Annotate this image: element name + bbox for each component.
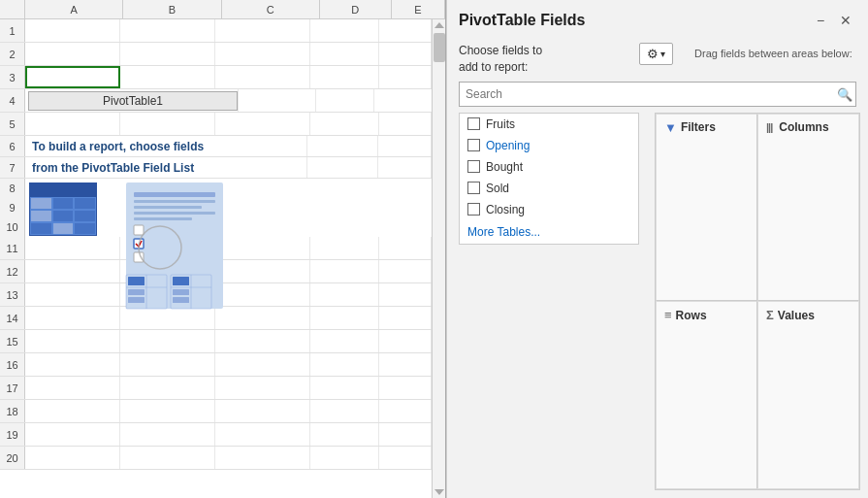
- panel-title: PivotTable Fields: [459, 12, 585, 29]
- area-columns[interactable]: ||| Columns: [757, 114, 859, 302]
- cell-e2[interactable]: [379, 43, 432, 65]
- instruction-cell-7: from the PivotTable Field List: [25, 157, 307, 178]
- col-header-d[interactable]: D: [320, 0, 392, 18]
- column-headers: A B C D E: [0, 0, 445, 19]
- cell-d6[interactable]: [307, 136, 378, 156]
- cell-c3[interactable]: [215, 66, 310, 88]
- table-icon-small: [29, 183, 97, 236]
- cell-d1[interactable]: [310, 19, 379, 42]
- cell-c1[interactable]: [215, 19, 310, 42]
- cell-d2[interactable]: [310, 43, 379, 65]
- cell-a3-selected[interactable]: [25, 66, 120, 88]
- svg-rect-4: [134, 212, 215, 215]
- fields-subheader: Choose fields toadd to report: ⚙ ▾ Drag …: [447, 39, 868, 82]
- cell-a2[interactable]: [25, 43, 120, 65]
- scrollbar-thumb[interactable]: [434, 33, 445, 62]
- area-header-rows: ≡ Rows: [664, 308, 749, 322]
- cell-b2[interactable]: [120, 43, 215, 65]
- row-num: 3: [0, 66, 25, 88]
- cell-d5[interactable]: [310, 113, 379, 135]
- svg-rect-19: [128, 297, 145, 303]
- cell-e4[interactable]: [316, 89, 374, 112]
- field-checkbox-fruits[interactable]: [467, 117, 480, 130]
- cell-d4[interactable]: [239, 89, 316, 112]
- cell-e6[interactable]: [378, 136, 432, 156]
- area-header-filters: ▼ Filters: [664, 120, 749, 135]
- svg-rect-17: [128, 277, 145, 285]
- drag-instruction-text: Drag fields between areas below:: [694, 47, 852, 61]
- dropdown-icon: ▾: [660, 49, 665, 59]
- cell-d3[interactable]: [310, 66, 379, 88]
- field-item-opening[interactable]: Opening: [460, 135, 638, 156]
- svg-rect-5: [134, 217, 192, 220]
- cell-e1[interactable]: [379, 19, 432, 42]
- field-label-sold: Sold: [486, 182, 509, 195]
- cell-e3[interactable]: [379, 66, 432, 88]
- cell-b5[interactable]: [120, 113, 215, 135]
- minimize-button[interactable]: −: [810, 10, 831, 31]
- row-num: 6: [0, 136, 25, 156]
- field-label-fruits: Fruits: [486, 117, 515, 131]
- pivot-illustration: [107, 183, 233, 318]
- cell-b3[interactable]: [120, 66, 215, 88]
- table-row: 3: [0, 66, 432, 89]
- search-input[interactable]: [459, 82, 856, 107]
- area-label-values: Values: [778, 309, 815, 322]
- row-nums-8-10: 8910: [0, 179, 25, 237]
- row-num: 7: [0, 157, 25, 178]
- area-label-columns: Columns: [779, 120, 828, 134]
- area-rows[interactable]: ≡ Rows: [656, 301, 757, 489]
- cell-b1[interactable]: [120, 19, 215, 42]
- table-row: 15: [0, 330, 432, 353]
- cell-a5[interactable]: [25, 113, 120, 135]
- scroll-down-arrow[interactable]: [434, 489, 444, 495]
- corner-cell: [0, 0, 25, 18]
- field-checkbox-closing[interactable]: [467, 203, 480, 216]
- area-filters[interactable]: ▼ Filters: [656, 114, 757, 302]
- col-header-b[interactable]: B: [123, 0, 221, 18]
- search-icon-button[interactable]: 🔍: [837, 86, 852, 101]
- field-item-bought[interactable]: Bought: [460, 156, 638, 178]
- field-checkbox-bought[interactable]: [467, 160, 480, 173]
- close-button[interactable]: ✕: [835, 10, 856, 31]
- columns-icon: |||: [766, 121, 772, 133]
- col-header-e[interactable]: E: [392, 0, 445, 18]
- area-label-rows: Rows: [676, 309, 707, 322]
- fields-column: Fruits Opening Bought Sold Closing: [447, 113, 651, 498]
- svg-rect-3: [134, 206, 202, 209]
- col-header-c[interactable]: C: [222, 0, 320, 18]
- cell-c5[interactable]: [215, 113, 310, 135]
- areas-grid: ▼ Filters ||| Columns ≡ Rows: [655, 113, 860, 490]
- field-item-fruits[interactable]: Fruits: [460, 114, 638, 135]
- cell-e7[interactable]: [378, 157, 432, 178]
- instruction-line2: from the PivotTable Field List: [28, 155, 198, 181]
- table-row: 8910: [0, 179, 432, 237]
- cell-e5[interactable]: [379, 113, 432, 135]
- sigma-icon: Σ: [766, 308, 774, 322]
- area-label-filters: Filters: [681, 120, 716, 134]
- svg-rect-24: [173, 297, 189, 303]
- col-header-a[interactable]: A: [25, 0, 123, 18]
- rows-container: 1 2 3: [0, 19, 432, 498]
- panel-header: PivotTable Fields − ✕: [447, 0, 868, 39]
- cell-d7[interactable]: [307, 157, 378, 178]
- row-num: 5: [0, 113, 25, 135]
- svg-rect-2: [134, 200, 215, 203]
- fields-list: Fruits Opening Bought Sold Closing: [459, 113, 639, 245]
- cell-a1[interactable]: [25, 19, 120, 42]
- field-item-sold[interactable]: Sold: [460, 178, 638, 199]
- scroll-up-arrow[interactable]: [434, 22, 444, 28]
- vertical-scrollbar[interactable]: [432, 19, 445, 498]
- field-checkbox-opening[interactable]: [467, 139, 480, 151]
- area-values[interactable]: Σ Values: [757, 301, 859, 489]
- svg-rect-11: [149, 254, 188, 260]
- fields-subheader-text: Choose fields toadd to report:: [459, 43, 542, 76]
- field-item-closing[interactable]: Closing: [460, 199, 638, 220]
- field-checkbox-sold[interactable]: [467, 182, 480, 194]
- settings-button[interactable]: ⚙ ▾: [639, 43, 673, 65]
- rows-icon: ≡: [664, 308, 672, 322]
- cell-a4[interactable]: PivotTable1: [25, 89, 239, 112]
- cell-c2[interactable]: [215, 43, 310, 65]
- more-tables-link[interactable]: More Tables...: [460, 220, 638, 244]
- row-num: 4: [0, 89, 25, 112]
